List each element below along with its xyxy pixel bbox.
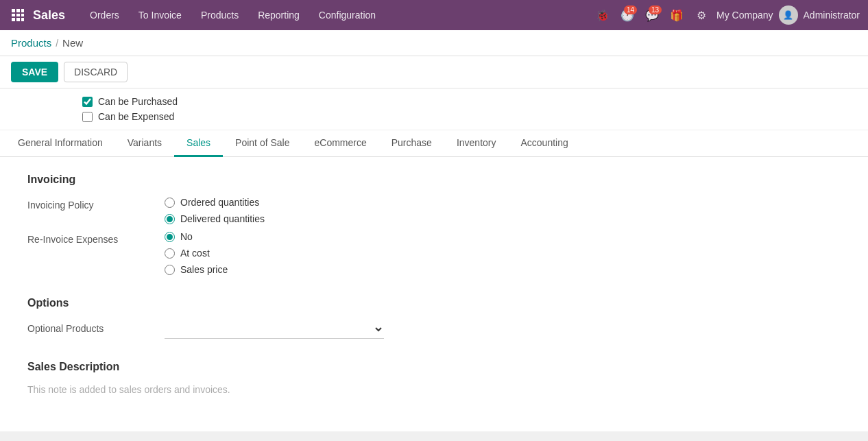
main-content: Can be Purchased Can be Expensed General… — [0, 88, 868, 431]
clock-icon[interactable]: 🕐 14 — [618, 5, 637, 25]
bell-icon[interactable]: 🐞 — [593, 5, 612, 25]
svg-rect-5 — [21, 14, 24, 16]
radio-sales-price-label: Sales price — [180, 264, 228, 275]
nav-configuration[interactable]: Configuration — [311, 5, 384, 25]
tab-point-of-sale[interactable]: Point of Sale — [223, 130, 302, 157]
nav-reporting[interactable]: Reporting — [250, 5, 308, 25]
radio-no-label: No — [180, 231, 193, 242]
tab-purchase[interactable]: Purchase — [379, 130, 444, 157]
tabs: General Information Variants Sales Point… — [0, 130, 868, 157]
invoicing-policy-group: Invoicing Policy Ordered quantities Deli… — [27, 197, 841, 224]
radio-at-cost: At cost — [165, 248, 228, 259]
radio-at-cost-label: At cost — [180, 248, 210, 259]
svg-rect-7 — [16, 18, 20, 21]
clock-badge: 14 — [624, 5, 637, 14]
nav-products[interactable]: Products — [193, 5, 247, 25]
topbar-right: 🐞 🕐 14 💬 13 🎁 ⚙ My Company 👤 Administrat… — [593, 5, 860, 25]
radio-ordered-quantities-label: Ordered quantities — [180, 197, 259, 208]
reinvoice-expenses-group: Re-Invoice Expenses No At cost Sales pri… — [27, 231, 841, 275]
tab-general-information[interactable]: General Information — [5, 130, 115, 157]
tab-inventory[interactable]: Inventory — [444, 130, 509, 157]
radio-sales-price: Sales price — [165, 264, 228, 275]
top-nav: Orders To Invoice Products Reporting Con… — [82, 5, 593, 25]
nav-orders[interactable]: Orders — [82, 5, 128, 25]
checkbox-can-be-expensed: Can be Expensed — [82, 109, 786, 124]
topbar: Sales Orders To Invoice Products Reporti… — [0, 0, 868, 30]
tab-accounting[interactable]: Accounting — [508, 130, 580, 157]
reinvoice-options: No At cost Sales price — [165, 231, 228, 275]
user-name[interactable]: Administrator — [804, 10, 860, 21]
svg-rect-8 — [21, 18, 24, 21]
svg-rect-3 — [12, 14, 15, 16]
can-be-expensed-checkbox[interactable] — [82, 112, 93, 122]
tab-variants[interactable]: Variants — [115, 130, 174, 157]
breadcrumb: Products / New — [0, 30, 868, 56]
options-section-divider: Options — [27, 297, 841, 309]
optional-products-group: Optional Products — [27, 320, 841, 339]
radio-no-input[interactable] — [165, 232, 175, 242]
chat-badge: 13 — [649, 5, 662, 14]
breadcrumb-separator: / — [56, 38, 58, 49]
company-name[interactable]: My Company — [716, 10, 773, 21]
breadcrumb-current: New — [62, 37, 83, 49]
chat-icon[interactable]: 💬 13 — [642, 5, 662, 25]
checkbox-area: Can be Purchased Can be Expensed — [0, 88, 868, 130]
invoicing-policy-label: Invoicing Policy — [27, 197, 165, 211]
sales-desc-placeholder[interactable]: This note is added to sales orders and i… — [27, 384, 841, 395]
can-be-purchased-label: Can be Purchased — [98, 96, 178, 107]
radio-sales-price-input[interactable] — [165, 265, 175, 275]
sales-desc-divider: Sales Description — [27, 361, 841, 373]
checkbox-can-be-purchased: Can be Purchased — [82, 94, 786, 109]
sales-desc-title: Sales Description — [27, 361, 841, 373]
radio-at-cost-input[interactable] — [165, 248, 175, 259]
svg-rect-0 — [12, 9, 15, 12]
invoicing-policy-options: Ordered quantities Delivered quantities — [165, 197, 265, 224]
radio-ordered-quantities-input[interactable] — [165, 198, 175, 208]
gift-icon[interactable]: 🎁 — [667, 5, 686, 25]
svg-rect-4 — [16, 14, 20, 16]
app-name: Sales — [33, 8, 65, 23]
svg-rect-1 — [16, 9, 20, 12]
options-section-title: Options — [27, 297, 841, 309]
settings-icon[interactable]: ⚙ — [692, 5, 711, 25]
breadcrumb-parent[interactable]: Products — [11, 37, 51, 49]
optional-products-select[interactable] — [165, 320, 384, 339]
grid-icon[interactable] — [8, 5, 27, 25]
optional-products-label: Optional Products — [27, 320, 165, 334]
avatar[interactable]: 👤 — [779, 5, 798, 25]
save-button[interactable]: SAVE — [11, 62, 58, 82]
can-be-purchased-checkbox[interactable] — [82, 97, 93, 107]
svg-rect-2 — [21, 9, 24, 12]
tab-ecommerce[interactable]: eCommerce — [302, 130, 378, 157]
radio-no: No — [165, 231, 228, 242]
tab-sales[interactable]: Sales — [174, 130, 223, 157]
svg-rect-6 — [12, 18, 15, 21]
radio-delivered-quantities-input[interactable] — [165, 214, 175, 224]
discard-button[interactable]: DISCARD — [64, 62, 128, 82]
radio-delivered-quantities-label: Delivered quantities — [180, 213, 265, 224]
nav-to-invoice[interactable]: To Invoice — [130, 5, 190, 25]
form-content: Invoicing Invoicing Policy Ordered quant… — [0, 157, 868, 431]
radio-ordered-quantities: Ordered quantities — [165, 197, 265, 208]
radio-delivered-quantities: Delivered quantities — [165, 213, 265, 224]
reinvoice-expenses-label: Re-Invoice Expenses — [27, 231, 165, 245]
invoicing-section-title: Invoicing — [27, 174, 841, 186]
action-bar: SAVE DISCARD — [0, 56, 868, 88]
can-be-expensed-label: Can be Expensed — [98, 111, 174, 122]
